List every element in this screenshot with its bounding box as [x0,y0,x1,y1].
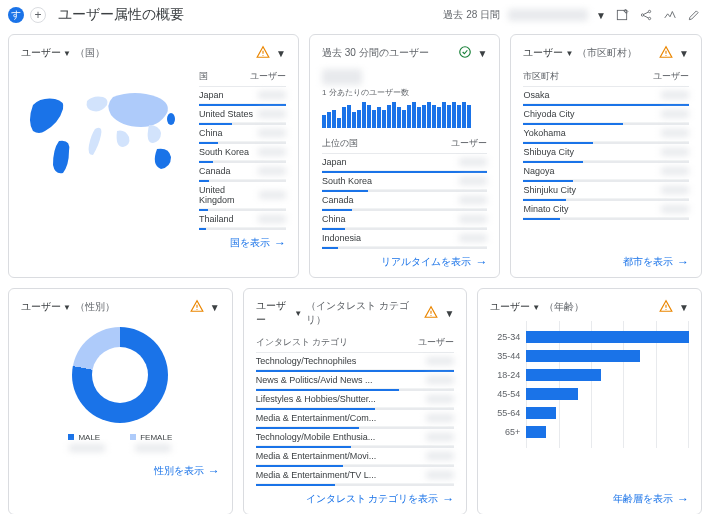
card-menu-caret[interactable]: ▼ [478,48,488,59]
card-menu-caret[interactable]: ▼ [679,302,689,313]
view-interest-link[interactable]: インタレスト カテゴリを表示→ [306,492,455,506]
age-bar-chart: 25-3435-4418-2445-5455-6465+ [490,321,689,448]
share-icon[interactable] [638,7,654,23]
table-row[interactable]: South Korea [322,173,488,190]
svg-point-3 [648,17,650,19]
card-realtime: 過去 30 分間のユーザー ▼ 1 分あたりのユーザー数 上位の国ユーザー Ja… [309,34,501,278]
table-row[interactable]: Technology/Technophiles [256,353,455,370]
warning-icon[interactable] [256,45,270,61]
table-row[interactable]: Canada [322,192,488,209]
view-realtime-link[interactable]: リアルタイムを表示→ [381,255,487,269]
card-menu-caret[interactable]: ▼ [276,48,286,59]
table-row[interactable]: Media & Entertainment/Movi... [256,448,455,465]
realtime-sparkbars [322,102,488,128]
card-menu-caret[interactable]: ▼ [444,308,454,319]
table-row[interactable]: Nagoya [523,163,689,180]
table-row[interactable]: Indonesia [322,230,488,247]
table-row[interactable]: Lifestyles & Hobbies/Shutter... [256,391,455,408]
male-value [69,444,105,452]
table-row[interactable]: Shinjuku City [523,182,689,199]
table-row[interactable]: News & Politics/Avid News ... [256,372,455,389]
table-row[interactable]: Media & Entertainment/Com... [256,410,455,427]
metric-dropdown[interactable]: ユーザー▼ [256,299,302,327]
table-row[interactable]: Japan [322,154,488,171]
svg-point-8 [167,113,175,125]
date-range-label: 過去 28 日間 [443,8,500,22]
view-gender-link[interactable]: 性別を表示→ [154,464,220,478]
table-row[interactable]: Shibuya City [523,144,689,161]
svg-point-7 [262,55,263,56]
permin-label: 1 分あたりのユーザー数 [322,87,488,98]
table-row[interactable]: China [322,211,488,228]
view-age-link[interactable]: 年齢層を表示→ [613,492,689,506]
dimension-label: （年齢） [544,300,584,314]
page-title: ユーザー属性の概要 [58,6,184,24]
warning-icon[interactable] [659,299,673,315]
table-row[interactable]: Media & Entertainment/TV L... [256,467,455,484]
card-age: ユーザー▼ （年齢） ▼ 25-3435-4418-2445-5455-6465… [477,288,702,514]
metric-dropdown[interactable]: ユーザー▼ [490,300,540,314]
warning-icon[interactable] [424,305,438,321]
table-row[interactable]: United Kingdom [199,182,286,209]
table-row[interactable]: Technology/Mobile Enthusia... [256,429,455,446]
dimension-label: （国） [75,46,105,60]
svg-point-11 [196,309,197,310]
table-row[interactable]: Chiyoda City [523,106,689,123]
country-table: 国ユーザー JapanUnited StatesChinaSouth Korea… [199,67,286,230]
table-row[interactable]: Japan [199,87,286,104]
insights-icon[interactable] [662,7,678,23]
page-header: す + ユーザー属性の概要 過去 28 日間 ▼ [0,0,710,34]
view-countries-link[interactable]: 国を表示→ [230,236,286,250]
gender-legend: MALE FEMALE [68,433,172,442]
date-range-caret[interactable]: ▼ [596,10,606,21]
svg-point-10 [666,55,667,56]
svg-point-9 [459,47,470,58]
svg-point-12 [431,315,432,316]
warning-icon[interactable] [659,45,673,61]
card-interest: ユーザー▼ （インタレスト カテゴリ） ▼ インタレスト カテゴリユーザー Te… [243,288,468,514]
table-row[interactable]: Thailand [199,211,286,228]
warning-icon[interactable] [190,299,204,315]
metric-dropdown[interactable]: ユーザー▼ [21,300,71,314]
customize-icon[interactable] [614,7,630,23]
dimension-label: （市区町村） [577,46,637,60]
metric-dropdown[interactable]: ユーザー▼ [523,46,573,60]
avatar[interactable]: す [8,7,24,23]
svg-point-13 [666,309,667,310]
card-menu-caret[interactable]: ▼ [679,48,689,59]
view-cities-link[interactable]: 都市を表示→ [623,255,689,269]
table-row[interactable]: Minato City [523,201,689,218]
realtime-count [322,69,362,85]
card-city: ユーザー▼ （市区町村） ▼ 市区町村ユーザー OsakaChiyoda Cit… [510,34,702,278]
female-value [135,444,171,452]
svg-point-1 [641,14,643,16]
table-row[interactable]: China [199,125,286,142]
table-row[interactable]: Canada [199,163,286,180]
card-country: ユーザー▼ （国） ▼ [8,34,299,278]
table-row[interactable]: Yokohama [523,125,689,142]
card-menu-caret[interactable]: ▼ [210,302,220,313]
check-icon[interactable] [458,45,472,61]
card-gender: ユーザー▼ （性別） ▼ MALE FEMALE 性別を表示→ [8,288,233,514]
metric-dropdown[interactable]: ユーザー▼ [21,46,71,60]
table-row[interactable]: Osaka [523,87,689,104]
dimension-label: （性別） [75,300,115,314]
svg-point-2 [648,10,650,12]
date-range-value[interactable] [508,9,588,21]
world-map [21,83,191,183]
realtime-title: 過去 30 分間のユーザー [322,46,429,60]
add-button[interactable]: + [30,7,46,23]
table-row[interactable]: United States [199,106,286,123]
edit-icon[interactable] [686,7,702,23]
dimension-label: （インタレスト カテゴリ） [306,299,420,327]
gender-donut-chart [72,327,168,423]
table-row[interactable]: South Korea [199,144,286,161]
